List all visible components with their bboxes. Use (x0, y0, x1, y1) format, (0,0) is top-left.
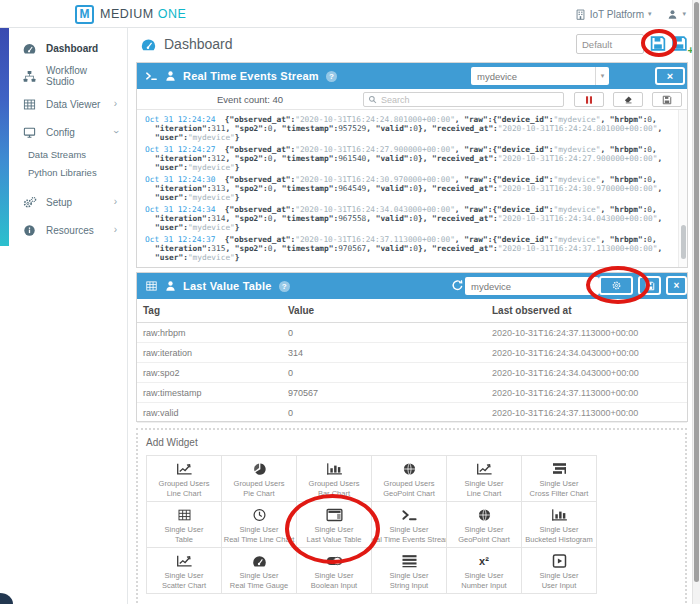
sidebar-item-label: Config (46, 127, 75, 138)
sidebar-item-label: Setup (46, 197, 72, 208)
save-widget-button[interactable] (638, 276, 661, 295)
chevron-right-icon: › (114, 99, 117, 109)
sidebar-subitem-data-streams[interactable]: Data Streams (0, 146, 127, 164)
sitemap-icon (22, 70, 37, 83)
topbar: M MEDIUM ONE IoT Platform ▾ ▾ (0, 0, 700, 28)
dashboard-name-input[interactable] (576, 34, 644, 54)
cell-tag: raw:iteration (143, 348, 192, 358)
add-dashboard-icon[interactable]: + (671, 35, 691, 52)
string-input-icon (401, 553, 418, 568)
device-select[interactable]: ▾ (471, 67, 609, 85)
app-window: M MEDIUM ONE IoT Platform ▾ ▾ DashboardW… (0, 0, 700, 604)
widget-card-single-user-scatter-chart[interactable]: Single UserScatter Chart (147, 548, 222, 594)
lvt-widget-title: Last Value Table (183, 280, 272, 292)
lvt-widget-header: Last Value Table ? × (137, 273, 687, 299)
widget-card-line1: Single User (315, 571, 354, 581)
device-input[interactable] (471, 67, 595, 85)
cell-observed: 2020-10-31T16:24:37.113000+00:00 (492, 388, 638, 398)
export-button[interactable] (652, 92, 682, 107)
widget-card-single-user-boolean-input[interactable]: Single UserBoolean Input (297, 548, 372, 594)
table-row[interactable]: raw:spo202020-10-31T16:24:34.043000+00:0… (137, 363, 687, 383)
log-entry: Oct 31 12:24:34 {"observed_at":"2020-10-… (145, 205, 674, 232)
clear-button[interactable] (613, 92, 643, 107)
widget-card-line1: Single User (390, 571, 429, 581)
widget-card-line2: String Input (390, 581, 428, 591)
sidebar-item-workflow-studio[interactable]: Workflow Studio (0, 62, 127, 90)
platform-menu[interactable]: IoT Platform ▾ (575, 9, 652, 20)
floppy-icon (662, 95, 672, 105)
scrollbar-thumb[interactable] (681, 225, 686, 259)
table-row[interactable]: raw:iteration3142020-10-31T16:24:34.0430… (137, 343, 687, 363)
scrollbar-thumb[interactable] (694, 2, 699, 582)
sidebar-item-config[interactable]: Config› (0, 118, 127, 146)
sidebar-item-dashboard[interactable]: Dashboard (0, 34, 127, 62)
device-input[interactable] (465, 277, 599, 295)
widget-card-single-user-real-time-gauge[interactable]: Single UserReal Time Gauge (222, 548, 297, 594)
refresh-icon[interactable] (451, 279, 464, 292)
cell-value: 0 (288, 368, 293, 378)
widget-card-single-user-geopoint-chart[interactable]: Single UserGeoPoint Chart (447, 502, 522, 548)
widget-card-grouped-users-bar-chart[interactable]: Grouped UsersBar Chart (297, 456, 372, 502)
cell-value: 314 (288, 348, 303, 358)
widget-card-single-user-bucketed-histogram[interactable]: Single UserBucketed Histogram (522, 502, 597, 548)
widget-card-line1: Single User (465, 525, 504, 535)
widget-card-single-user-line-chart[interactable]: Single UserLine Chart (447, 456, 522, 502)
sidebar-item-data-viewer[interactable]: Data Viewer› (0, 90, 127, 118)
dashboard-icon (140, 37, 157, 52)
widget-card-line2: Scatter Chart (162, 581, 206, 591)
widget-card-line1: Single User (315, 525, 354, 535)
caret-down-icon[interactable]: ▾ (595, 67, 609, 85)
widget-card-single-user-user-input[interactable]: Single UserUser Input (522, 548, 597, 594)
widget-card-single-user-table[interactable]: Single UserTable (147, 502, 222, 548)
device-select[interactable] (465, 277, 599, 295)
gauge-icon (22, 42, 37, 55)
brand-logo[interactable]: M MEDIUM ONE (75, 0, 186, 28)
save-dashboard-icon[interactable] (649, 35, 667, 52)
widget-card-grouped-users-pie-chart[interactable]: Grouped UsersPie Chart (222, 456, 297, 502)
widget-card-grouped-users-geopoint-chart[interactable]: Grouped UsersGeoPoint Chart (372, 456, 447, 502)
globe-icon (401, 461, 418, 476)
widget-card-line2: Table (175, 535, 193, 545)
sidebar-item-setup[interactable]: Setup› (0, 188, 127, 216)
chevron-down-icon: ▾ (648, 10, 652, 18)
search-input[interactable] (381, 95, 559, 105)
widget-card-line2: Real Time Events Stream (372, 535, 447, 545)
widget-card-single-user-string-input[interactable]: Single UserString Input (372, 548, 447, 594)
widget-card-line1: Grouped Users (159, 479, 210, 489)
log-entry: Oct 31 12:24:30 {"observed_at":"2020-10-… (145, 175, 674, 202)
user-menu[interactable]: ▾ (667, 9, 686, 20)
widget-card-single-user-number-input[interactable]: x²Single UserNumber Input (447, 548, 522, 594)
page-title: Dashboard (164, 36, 233, 52)
widget-card-grouped-users-line-chart[interactable]: Grouped UsersLine Chart (147, 456, 222, 502)
gear-icon (611, 280, 622, 291)
sidebar-subitem-python-libraries[interactable]: Python Libraries (0, 164, 127, 182)
toggle-icon (326, 553, 343, 568)
help-icon[interactable]: ? (279, 281, 290, 292)
table-row[interactable]: raw:hrbpm02020-10-31T16:24:37.113000+00:… (137, 323, 687, 343)
close-widget-button[interactable]: × (655, 67, 685, 85)
widget-card-single-user-real-time-events-stream[interactable]: Single UserReal Time Events Stream (372, 502, 447, 548)
close-widget-button[interactable]: × (666, 276, 687, 295)
widget-card-single-user-real-time-line-chart[interactable]: Single UserReal Time Line Chart (222, 502, 297, 548)
page-scrollbar[interactable] (692, 0, 700, 604)
widget-card-line2: GeoPoint Chart (383, 489, 435, 499)
topbar-right: IoT Platform ▾ ▾ (575, 0, 686, 28)
table-row[interactable]: raw:timestamp9705672020-10-31T16:24:37.1… (137, 383, 687, 403)
help-icon[interactable]: ? (326, 71, 337, 82)
add-widget-grid: Grouped UsersLine ChartGrouped UsersPie … (146, 455, 597, 594)
page-title-row: Dashboard + (128, 28, 692, 62)
sidebar-item-label: Workflow Studio (46, 65, 117, 87)
sidebar-item-resources[interactable]: Resources› (0, 216, 127, 244)
search-box[interactable] (363, 92, 564, 107)
events-log-scrollbar[interactable] (678, 110, 687, 267)
table-row[interactable]: raw:valid02020-10-31T16:24:37.113000+00:… (137, 403, 687, 423)
pause-button[interactable] (574, 92, 604, 107)
widget-card-single-user-cross-filter-chart[interactable]: Single UserCross Filter Chart (522, 456, 597, 502)
building-icon (575, 9, 586, 20)
settings-button[interactable] (599, 276, 633, 295)
widget-card-single-user-last-value-table[interactable]: Single UserLast Value Table (297, 502, 372, 548)
widget-card-line1: Single User (165, 525, 204, 535)
terminal-icon (145, 70, 158, 82)
events-log[interactable]: Oct 31 12:24:24 {"observed_at":"2020-10-… (137, 110, 678, 267)
widget-card-line1: Single User (540, 479, 579, 489)
